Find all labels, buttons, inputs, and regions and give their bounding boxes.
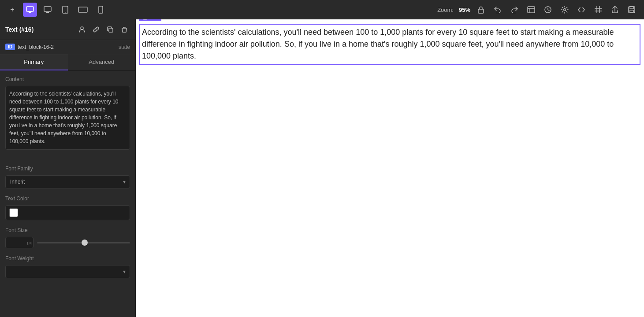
redo-button[interactable] bbox=[507, 3, 521, 17]
content-textarea[interactable] bbox=[5, 86, 130, 150]
svg-rect-4 bbox=[46, 12, 49, 13]
font-size-input-wrap: px bbox=[5, 237, 34, 248]
id-badge: ID bbox=[5, 44, 15, 50]
svg-rect-1 bbox=[29, 12, 31, 13]
left-panel: Text (#16) ID text_block-16-2 state bbox=[0, 19, 136, 317]
slider-track bbox=[37, 242, 130, 243]
tablet-view-button[interactable] bbox=[58, 3, 72, 17]
font-size-unit: px bbox=[27, 240, 32, 245]
color-swatch bbox=[9, 208, 18, 217]
font-weight-label: Font Weight bbox=[5, 255, 130, 262]
text-block-content: According to the scientists' calculation… bbox=[139, 24, 640, 65]
state-label: state bbox=[119, 44, 130, 50]
mobile-view-button[interactable] bbox=[93, 3, 108, 17]
content-section: Content bbox=[5, 76, 130, 158]
add-button[interactable]: + bbox=[5, 3, 19, 17]
svg-point-23 bbox=[81, 27, 83, 29]
font-family-select-wrapper: Inherit Arial Georgia Helvetica Times Ne… bbox=[5, 175, 130, 188]
svg-rect-10 bbox=[478, 9, 484, 13]
settings-button[interactable] bbox=[558, 3, 572, 17]
save-button[interactable] bbox=[625, 3, 639, 17]
font-family-group: Font Family Inherit Arial Georgia Helvet… bbox=[5, 166, 130, 188]
text-block-wrapper[interactable]: Text According to the scientists' calcul… bbox=[139, 24, 640, 65]
font-family-label: Font Family bbox=[5, 166, 130, 172]
person-icon[interactable] bbox=[76, 24, 88, 35]
content-label: Content bbox=[5, 76, 130, 82]
zoom-label: Zoom: bbox=[437, 7, 454, 13]
canvas-inner: Text According to the scientists' calcul… bbox=[136, 19, 644, 317]
text-color-label: Text Color bbox=[5, 195, 130, 202]
svg-point-15 bbox=[564, 9, 566, 11]
duplicate-icon[interactable] bbox=[104, 24, 116, 35]
layout-button[interactable] bbox=[524, 3, 538, 17]
svg-rect-21 bbox=[630, 7, 633, 9]
share-button[interactable] bbox=[608, 3, 622, 17]
font-weight-group: Font Weight Normal Bold 100 200 300 400 … bbox=[5, 255, 130, 278]
svg-rect-2 bbox=[28, 11, 32, 12]
link-icon[interactable] bbox=[90, 24, 102, 35]
svg-rect-0 bbox=[26, 7, 34, 11]
svg-rect-3 bbox=[44, 7, 51, 11]
font-size-slider[interactable] bbox=[37, 238, 130, 247]
font-size-input[interactable] bbox=[9, 240, 25, 246]
tabs: Primary Advanced bbox=[0, 54, 135, 71]
text-block-label: Text bbox=[139, 19, 161, 21]
id-value: text_block-16-2 bbox=[18, 44, 116, 50]
id-row: ID text_block-16-2 state bbox=[0, 40, 135, 54]
font-weight-select-wrapper: Normal Bold 100 200 300 400 500 600 700 bbox=[5, 265, 130, 278]
svg-rect-7 bbox=[78, 7, 87, 12]
svg-rect-11 bbox=[528, 7, 535, 13]
zoom-value: 95% bbox=[459, 7, 470, 13]
font-weight-select[interactable]: Normal Bold 100 200 300 400 500 600 700 bbox=[5, 265, 130, 278]
monitor-view-button[interactable] bbox=[41, 3, 55, 17]
tab-advanced[interactable]: Advanced bbox=[68, 54, 136, 70]
delete-icon[interactable] bbox=[119, 24, 130, 35]
panel-title: Text (#16) bbox=[5, 26, 73, 33]
main-layout: Text (#16) ID text_block-16-2 state bbox=[0, 19, 644, 317]
panel-header: Text (#16) bbox=[0, 19, 135, 40]
slider-thumb[interactable] bbox=[82, 240, 88, 246]
undo-button[interactable] bbox=[491, 3, 505, 17]
canvas-area: Text According to the scientists' calcul… bbox=[136, 19, 644, 317]
font-size-label: Font Size bbox=[5, 227, 130, 233]
history-button[interactable] bbox=[541, 3, 555, 17]
code-button[interactable] bbox=[574, 3, 588, 17]
panel-content: Content Font Family Inherit Arial Georgi… bbox=[0, 71, 135, 317]
desktop-view-button[interactable] bbox=[23, 3, 37, 17]
svg-point-9 bbox=[100, 12, 101, 13]
font-size-group: Font Size px bbox=[5, 227, 130, 248]
text-color-picker[interactable] bbox=[5, 205, 130, 220]
toolbar-right-icons bbox=[474, 3, 639, 17]
top-toolbar: + Zoom: 95% bbox=[0, 0, 644, 19]
svg-rect-20 bbox=[629, 7, 635, 13]
svg-point-6 bbox=[65, 12, 66, 13]
panel-header-icons bbox=[76, 24, 130, 35]
text-color-group: Text Color bbox=[5, 195, 130, 220]
tab-primary[interactable]: Primary bbox=[0, 54, 68, 70]
lock-button[interactable] bbox=[474, 3, 488, 17]
widescreen-view-button[interactable] bbox=[76, 3, 90, 17]
svg-rect-24 bbox=[109, 28, 113, 32]
font-family-select[interactable]: Inherit Arial Georgia Helvetica Times Ne… bbox=[5, 175, 130, 188]
font-size-row: px bbox=[5, 237, 130, 248]
svg-rect-22 bbox=[630, 10, 633, 12]
grid-button[interactable] bbox=[591, 3, 605, 17]
